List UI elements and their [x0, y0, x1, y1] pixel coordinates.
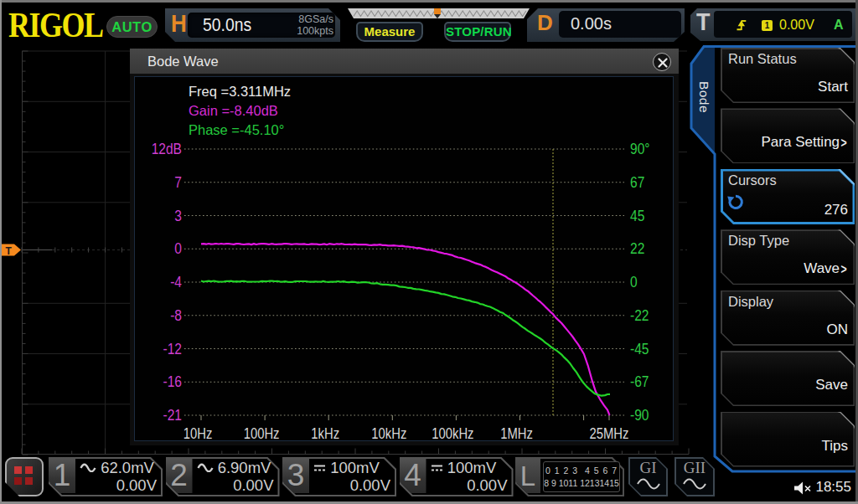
svg-text:100kHz: 100kHz [432, 424, 473, 442]
svg-text:-8: -8 [170, 306, 182, 324]
svg-text:T: T [6, 245, 13, 257]
svg-text:-45: -45 [630, 339, 649, 357]
svg-text:-90: -90 [630, 406, 649, 424]
svg-text:-21: -21 [163, 406, 182, 424]
svg-text:-16: -16 [163, 373, 182, 391]
svg-text:-22: -22 [630, 306, 649, 324]
svg-text:67: 67 [630, 172, 644, 191]
svg-text:10kHz: 10kHz [371, 424, 406, 442]
svg-text:7: 7 [174, 172, 182, 191]
svg-text:90°: 90° [630, 140, 650, 158]
svg-text:Bode: Bode [697, 81, 711, 113]
svg-text:25MHz: 25MHz [590, 424, 629, 442]
svg-text:-67: -67 [630, 373, 649, 391]
svg-text:45: 45 [630, 206, 644, 224]
svg-text:22: 22 [630, 239, 644, 258]
svg-text:1MHz: 1MHz [500, 424, 533, 442]
svg-text:0: 0 [630, 273, 638, 291]
svg-text:0: 0 [174, 239, 182, 258]
svg-text:-12: -12 [163, 339, 182, 357]
svg-text:10Hz: 10Hz [183, 424, 213, 442]
svg-text:1kHz: 1kHz [311, 424, 339, 442]
svg-text:100Hz: 100Hz [244, 424, 280, 442]
svg-text:12dB: 12dB [152, 140, 182, 158]
svg-text:3: 3 [174, 206, 182, 224]
svg-text:-4: -4 [170, 273, 182, 291]
